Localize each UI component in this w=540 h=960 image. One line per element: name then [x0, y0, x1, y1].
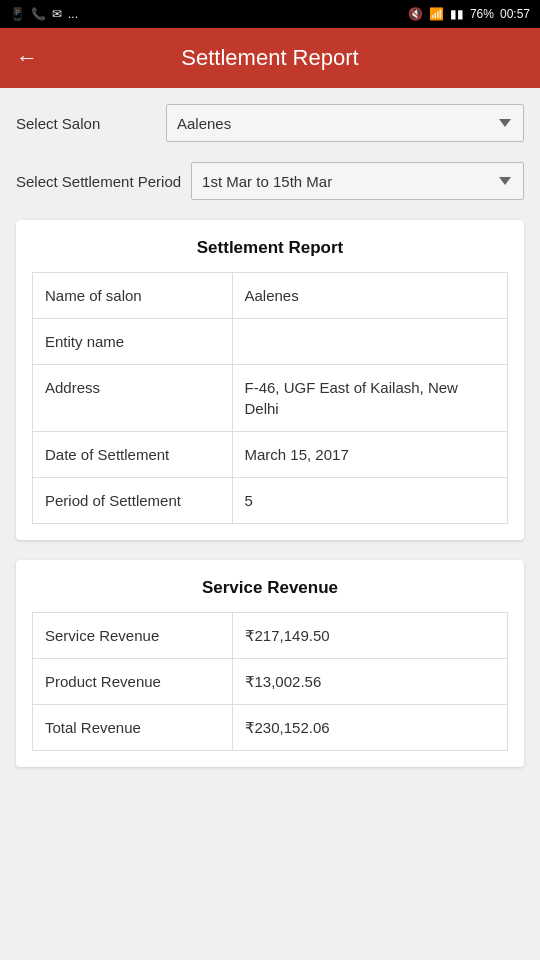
table-row: Total Revenue ₹230,152.06 [33, 705, 508, 751]
table-row: Service Revenue ₹217,149.50 [33, 613, 508, 659]
revenue-card: Service Revenue Service Revenue ₹217,149… [16, 560, 524, 767]
ellipsis-icon: ... [68, 7, 78, 21]
salon-select[interactable]: Aalenes [166, 104, 524, 142]
battery-percent: 76% [470, 7, 494, 21]
table-cell-label: Period of Settlement [33, 478, 233, 524]
table-row: Name of salon Aalenes [33, 273, 508, 319]
back-button[interactable]: ← [16, 47, 38, 69]
revenue-table: Service Revenue ₹217,149.50 Product Reve… [32, 612, 508, 751]
settlement-card: Settlement Report Name of salon Aalenes … [16, 220, 524, 540]
table-cell-label: Total Revenue [33, 705, 233, 751]
whatsapp-icon: 📱 [10, 7, 25, 21]
table-row: Product Revenue ₹13,002.56 [33, 659, 508, 705]
status-bar-right: 🔇 📶 ▮▮ 76% 00:57 [408, 7, 530, 21]
table-cell-label: Address [33, 365, 233, 432]
revenue-card-title: Service Revenue [16, 560, 524, 612]
settlement-card-title: Settlement Report [16, 220, 524, 272]
table-row: Address F-46, UGF East of Kailash, New D… [33, 365, 508, 432]
email-icon: ✉ [52, 7, 62, 21]
salon-label: Select Salon [16, 115, 156, 132]
app-bar: ← Settlement Report [0, 28, 540, 88]
signal-icon: ▮▮ [450, 7, 464, 21]
table-row: Period of Settlement 5 [33, 478, 508, 524]
table-cell-value [232, 319, 508, 365]
table-cell-value: ₹230,152.06 [232, 705, 508, 751]
table-cell-value: F-46, UGF East of Kailash, New Delhi [232, 365, 508, 432]
table-cell-value: 5 [232, 478, 508, 524]
table-cell-value: Aalenes [232, 273, 508, 319]
main-content: Select Salon Aalenes Select Settlement P… [0, 88, 540, 791]
time-display: 00:57 [500, 7, 530, 21]
status-bar-left: 📱 📞 ✉ ... [10, 7, 78, 21]
mute-icon: 🔇 [408, 7, 423, 21]
period-label: Select Settlement Period [16, 173, 181, 190]
table-cell-value: March 15, 2017 [232, 432, 508, 478]
settlement-table: Name of salon Aalenes Entity name Addres… [32, 272, 508, 524]
salon-select-row: Select Salon Aalenes [16, 104, 524, 142]
period-select[interactable]: 1st Mar to 15th Mar [191, 162, 524, 200]
status-bar: 📱 📞 ✉ ... 🔇 📶 ▮▮ 76% 00:57 [0, 0, 540, 28]
wifi-icon: 📶 [429, 7, 444, 21]
table-cell-label: Product Revenue [33, 659, 233, 705]
table-cell-label: Entity name [33, 319, 233, 365]
table-cell-value: ₹217,149.50 [232, 613, 508, 659]
page-title: Settlement Report [54, 45, 486, 71]
table-row: Date of Settlement March 15, 2017 [33, 432, 508, 478]
period-select-row: Select Settlement Period 1st Mar to 15th… [16, 162, 524, 200]
table-cell-value: ₹13,002.56 [232, 659, 508, 705]
phone-icon: 📞 [31, 7, 46, 21]
table-cell-label: Date of Settlement [33, 432, 233, 478]
table-cell-label: Service Revenue [33, 613, 233, 659]
table-row: Entity name [33, 319, 508, 365]
table-cell-label: Name of salon [33, 273, 233, 319]
